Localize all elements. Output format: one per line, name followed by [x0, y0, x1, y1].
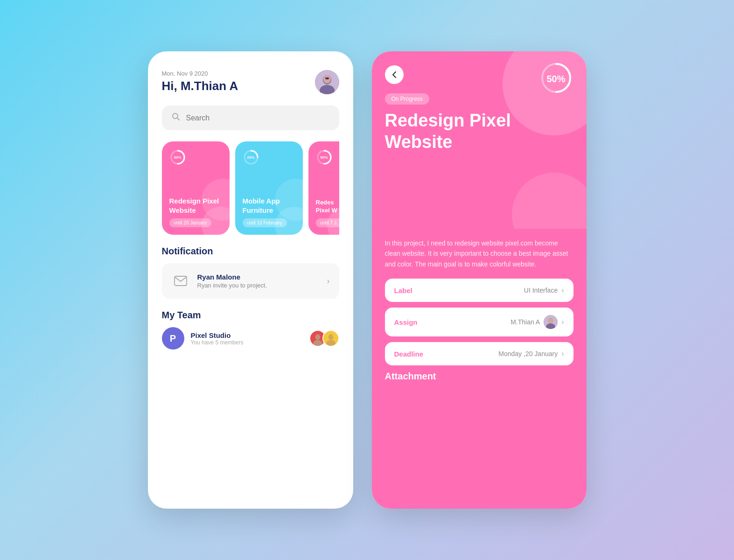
team-title: My Team: [162, 310, 339, 321]
svg-point-15: [315, 334, 320, 340]
notification-section: Notification Ryan Malone Ryan invite you…: [162, 246, 339, 299]
assign-avatar: [544, 315, 558, 329]
team-avatar-2: [322, 330, 339, 347]
sender-name: Ryan Malone: [197, 273, 267, 281]
svg-point-23: [548, 318, 553, 324]
deadline-key: Deadline: [394, 350, 424, 358]
svg-point-18: [328, 334, 333, 340]
deadline-value: Monday ,20 January ›: [498, 350, 564, 358]
notification-chevron-icon[interactable]: ›: [327, 276, 330, 286]
notification-message: Ryan invite you to project.: [197, 282, 267, 289]
progress-pct-1: 50%: [174, 155, 181, 160]
progress-pct-3: 50%: [320, 155, 328, 160]
notification-card[interactable]: Ryan Malone Ryan invite you to project. …: [162, 263, 339, 299]
progress-circle-3: 50%: [316, 149, 333, 166]
right-body: In this project, I need to redesign webs…: [372, 229, 587, 509]
notification-content: Ryan Malone Ryan invite you to project.: [197, 273, 267, 289]
date-label: Mon, Nov 9 2020: [162, 70, 238, 77]
team-members-count: You have 5 members: [191, 339, 244, 346]
project-card-3[interactable]: 50% Redes Pixel W until 7 J...: [308, 141, 339, 235]
svg-point-19: [326, 340, 336, 347]
team-logo: P: [162, 327, 184, 350]
project-card-2[interactable]: 25% Mobile App Furniture until 10 Februa…: [235, 141, 303, 235]
header-section: Mon, Nov 9 2020 Hi, M.Thian A: [162, 70, 339, 94]
mail-icon: [171, 272, 190, 290]
status-badge: On Progress: [385, 93, 429, 105]
project-title: Redesign Pixel Website: [385, 110, 573, 153]
team-avatars: [313, 330, 339, 347]
left-phone: Mon, Nov 9 2020 Hi, M.Thian A: [148, 51, 353, 509]
label-chevron-icon: ›: [561, 286, 564, 294]
label-key: Label: [394, 287, 412, 294]
attachment-title: Attachment: [385, 371, 573, 382]
progress-percentage: 50%: [546, 74, 565, 84]
progress-circle-2: 25%: [243, 149, 259, 166]
greeting-label: Hi, M.Thian A: [162, 79, 238, 93]
detail-row-deadline[interactable]: Deadline Monday ,20 January ›: [385, 342, 573, 365]
detail-row-label[interactable]: Label UI Interface ›: [385, 279, 573, 302]
search-input[interactable]: [186, 114, 330, 122]
label-value: UI Interface ›: [524, 286, 564, 294]
project-cards-section: 50% Redesign Pixel Website until 20 Janu…: [162, 141, 339, 235]
project-card-1[interactable]: 50% Redesign Pixel Website until 20 Janu…: [162, 141, 230, 235]
progress-circle-1: 50%: [169, 149, 186, 166]
notification-title: Notification: [162, 246, 339, 257]
svg-rect-4: [325, 77, 329, 79]
user-avatar[interactable]: [315, 70, 339, 94]
team-name: Pixel Studio: [191, 331, 244, 339]
team-info: Pixel Studio You have 5 members: [191, 331, 244, 346]
assign-key: Assign: [394, 318, 418, 326]
search-bar[interactable]: [162, 105, 339, 130]
header-text: Mon, Nov 9 2020 Hi, M.Thian A: [162, 70, 238, 93]
search-icon: [171, 112, 181, 124]
assign-chevron-icon: ›: [561, 318, 564, 326]
back-button[interactable]: [385, 65, 404, 84]
pink-blob2-decoration: [512, 173, 587, 229]
team-section: My Team P Pixel Studio You have 5 member…: [162, 310, 339, 350]
project-description: In this project, I need to redesign webs…: [385, 238, 573, 269]
pink-header: 50% On Progress Redesign Pixel Website: [372, 51, 587, 229]
right-phone: 50% On Progress Redesign Pixel Website I…: [372, 51, 587, 509]
assign-value: M.Thian A ›: [510, 315, 564, 329]
svg-point-16: [313, 340, 322, 347]
detail-row-assign[interactable]: Assign M.Thian A ›: [385, 308, 573, 336]
deadline-chevron-icon: ›: [561, 350, 564, 358]
team-row: P Pixel Studio You have 5 members: [162, 327, 339, 350]
svg-line-6: [177, 118, 179, 120]
progress-pct-2: 25%: [247, 155, 254, 160]
